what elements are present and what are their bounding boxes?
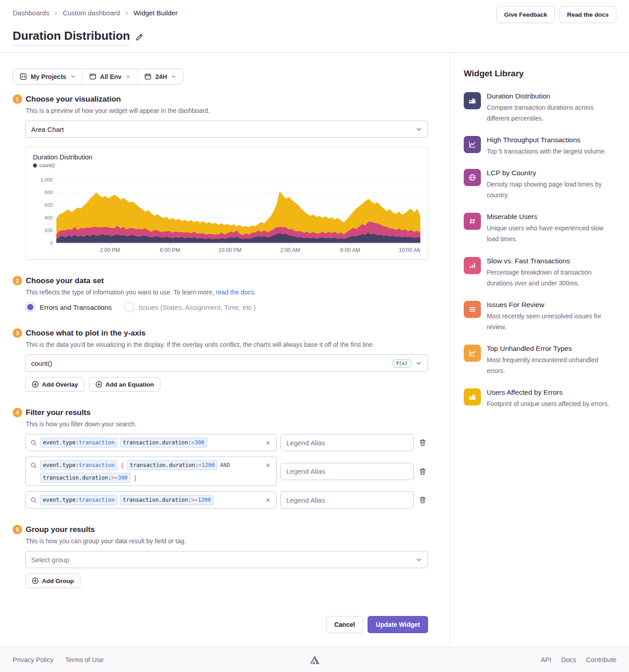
radio-unselected-icon[interactable]: [124, 302, 134, 312]
chevron-down-icon: [171, 74, 177, 79]
radio-errors-transactions[interactable]: Errors and Transactions: [25, 302, 112, 312]
legend-dot: [33, 163, 37, 168]
environment-filter-button[interactable]: All Env: [83, 69, 137, 84]
widget-preview-panel: Duration Distribution count() 0200400600…: [25, 147, 428, 260]
breadcrumb: Dashboards Custom dashboard Widget Build…: [13, 6, 177, 17]
filter-row: event.type:transactiontransaction.durati…: [25, 491, 428, 509]
globe-icon: [464, 169, 481, 186]
terms-of-use-link[interactable]: Terms of Use: [65, 656, 103, 663]
chart-title: Duration Distribution: [33, 154, 420, 161]
svg-text:0: 0: [50, 240, 53, 246]
filter-token-list: event.type:transactiontransaction.durati…: [40, 437, 261, 448]
legend-alias-input[interactable]: [280, 434, 414, 451]
cancel-button[interactable]: Cancel: [326, 616, 363, 633]
widget-library-item-lcp-by-country[interactable]: LCP by Country Density map showing page …: [464, 169, 616, 201]
legend-alias-input[interactable]: [280, 463, 414, 480]
widget-item-title: Users Affected by Errors: [487, 388, 609, 397]
api-link[interactable]: API: [541, 656, 551, 663]
widget-library-item-miserable-users[interactable]: Miserable Users Unique users who have ex…: [464, 213, 616, 244]
widget-library-item-duration-distribution[interactable]: Duration Distribution Compare transactio…: [464, 92, 616, 124]
widget-library-item-top-unhandled-errors[interactable]: Top Unhandled Error Types Most frequentl…: [464, 345, 616, 376]
builder-main: My Projects All Env 24H 1 Choose your vi…: [0, 53, 450, 647]
search-conditions-input[interactable]: event.type:transactiontransaction.durati…: [25, 491, 277, 509]
breadcrumb-link-dashboards[interactable]: Dashboards: [13, 9, 49, 17]
filter-token[interactable]: event.type:transaction: [40, 460, 117, 470]
step-group: 5 Group your results This is how you can…: [13, 525, 428, 588]
search-icon: [30, 462, 37, 469]
chevron-right-icon: [124, 10, 130, 16]
subtitle-text: This reflects the type of information yo…: [26, 289, 216, 296]
privacy-policy-link[interactable]: Privacy Policy: [13, 656, 53, 663]
clear-search-icon[interactable]: [264, 496, 272, 504]
add-group-button[interactable]: Add Group: [25, 574, 80, 588]
step-visualization: 1 Choose your visualization This is a pr…: [13, 94, 428, 260]
widget-library-title: Widget Library: [464, 69, 616, 79]
svg-text:1,000: 1,000: [40, 177, 52, 182]
add-overlay-button[interactable]: Add Overlay: [25, 377, 84, 392]
read-the-docs-button[interactable]: Read the docs: [559, 6, 616, 23]
add-equation-button[interactable]: Add an Equation: [89, 377, 160, 392]
widget-item-description: Density map showing page load times by c…: [487, 179, 616, 201]
widget-library-item-high-throughput[interactable]: High Throughput Transactions Top 5 trans…: [464, 136, 616, 157]
step-yaxis: 3 Choose what to plot in the y-axis This…: [13, 328, 428, 392]
delete-filter-trash-icon[interactable]: [417, 466, 428, 477]
svg-text:2:00 PM: 2:00 PM: [100, 247, 120, 253]
read-the-docs-link[interactable]: read the docs: [216, 289, 254, 296]
legend-alias-input[interactable]: [280, 491, 414, 509]
filter-token[interactable]: event.type:transaction: [40, 495, 117, 505]
filter-token[interactable]: transaction.duration:>=1200: [120, 495, 214, 505]
chevron-right-icon: [53, 10, 59, 16]
filter-token[interactable]: transaction.duration:>=300: [40, 473, 130, 483]
dataset-radio-group: Errors and Transactions Issues (States, …: [25, 302, 428, 312]
step-number-badge: 3: [13, 328, 22, 338]
contribute-link[interactable]: Contribute: [586, 656, 616, 663]
header-actions: Give Feedback Read the docs: [496, 6, 616, 23]
search-conditions-input[interactable]: event.type:transaction(transaction.durat…: [25, 457, 277, 486]
yaxis-function-select[interactable]: count() f(x): [25, 355, 428, 372]
widget-item-title: Duration Distribution: [487, 92, 616, 100]
yaxis-function-value: count(): [31, 359, 52, 367]
filter-token[interactable]: event.type:transaction: [40, 438, 117, 448]
boolean-operator: AND: [220, 462, 230, 468]
sentry-logo[interactable]: [309, 654, 320, 665]
footer-left-links: Privacy Policy Terms of Use: [13, 656, 104, 663]
step-subtitle: This is how you can group your data resu…: [26, 537, 428, 545]
circle-plus-icon: [32, 381, 39, 388]
project-filter-button[interactable]: My Projects: [13, 69, 82, 84]
widget-library-item-users-affected[interactable]: Users Affected by Errors Footprint of un…: [464, 388, 616, 409]
edit-title-pencil-icon[interactable]: [135, 33, 144, 42]
docs-link[interactable]: Docs: [561, 656, 576, 663]
radio-selected-icon[interactable]: [25, 302, 35, 312]
clear-search-icon[interactable]: [264, 439, 272, 447]
radio-issues[interactable]: Issues (States, Assignment, Time, etc.): [124, 302, 256, 312]
paren-token: (: [120, 461, 125, 470]
chart-legend[interactable]: count(): [33, 163, 420, 168]
delete-filter-trash-icon[interactable]: [417, 495, 428, 505]
widget-library: Widget Library Duration Distribution Com…: [450, 53, 629, 647]
widget-library-list: Duration Distribution Compare transactio…: [464, 92, 616, 409]
step-number-badge: 2: [13, 276, 22, 285]
legend-label: count(): [39, 163, 55, 168]
delete-filter-trash-icon[interactable]: [417, 437, 428, 448]
area-chart-icon: [464, 388, 481, 406]
step-title: Choose what to plot in the y-axis: [26, 329, 145, 338]
visualization-type-select[interactable]: Area Chart: [25, 121, 428, 138]
widget-library-item-issues-for-review[interactable]: Issues For Review Most recently seen unr…: [464, 301, 616, 332]
step-filter: 4 Filter your results This is how you fi…: [13, 408, 428, 509]
filter-token[interactable]: transaction.duration:<300: [120, 438, 207, 448]
breadcrumb-current: Widget Builder: [134, 9, 178, 17]
date-range-filter-button[interactable]: 24H: [138, 69, 183, 84]
step-number-badge: 5: [13, 525, 22, 534]
search-conditions-input[interactable]: event.type:transactiontransaction.durati…: [25, 434, 277, 451]
breadcrumb-link-custom-dashboard[interactable]: Custom dashboard: [63, 9, 120, 17]
update-widget-button[interactable]: Update Widget: [368, 616, 428, 633]
svg-text:200: 200: [45, 228, 53, 233]
widget-library-item-slow-vs-fast[interactable]: Slow vs. Fast Transactions Percentage br…: [464, 257, 616, 289]
clear-search-icon[interactable]: [264, 462, 272, 469]
filter-token[interactable]: transaction.duration:<1200: [127, 460, 218, 470]
filter-token-list: event.type:transaction(transaction.durat…: [40, 460, 261, 483]
group-select[interactable]: Select group: [25, 551, 428, 568]
page-title: Duration Distribution: [13, 29, 616, 52]
widget-item-title: High Throughput Transactions: [487, 136, 606, 144]
give-feedback-button[interactable]: Give Feedback: [496, 6, 554, 23]
